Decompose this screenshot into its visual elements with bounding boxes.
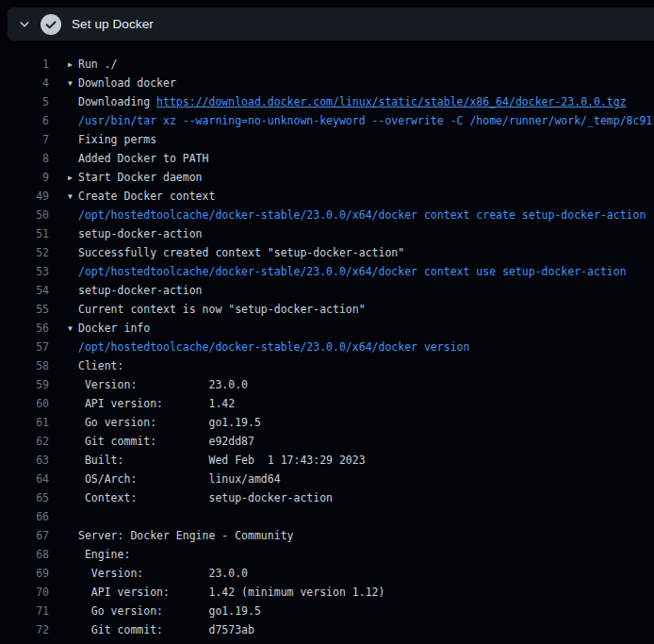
log-line-number[interactable]: 4 [0, 74, 49, 92]
log-text: Go version: go1.19.5 [78, 416, 261, 429]
expand-arrow-icon[interactable]: ▶ [68, 56, 78, 74]
log-line: 63 Built: Wed Feb 1 17:43:29 2023 [0, 451, 654, 470]
log-line-number[interactable]: 53 [0, 262, 49, 281]
log-line-content: Engine: [68, 545, 130, 564]
log-line-number[interactable]: 54 [0, 281, 49, 300]
log-line-number[interactable]: 58 [0, 356, 49, 375]
log-line: 50/opt/hostedtoolcache/docker-stable/23.… [0, 206, 654, 224]
log-line: 61 Go version: go1.19.5 [0, 413, 654, 432]
log-line-number[interactable]: 67 [0, 526, 49, 545]
log-text: Docker info [78, 322, 150, 335]
log-text: Current context is now "setup-docker-act… [78, 303, 366, 316]
log-line: 8Added Docker to PATH [0, 149, 654, 168]
log-line-content: Server: Docker Engine - Community [68, 526, 293, 545]
log-line-number[interactable]: 61 [0, 413, 49, 432]
log-text: Download docker [78, 76, 176, 90]
log-line: 5Downloading https://download.docker.com… [0, 92, 654, 111]
log-line-content[interactable]: ▼Create Docker context [68, 187, 215, 206]
log-line: 52Successfully created context "setup-do… [0, 243, 654, 262]
log-text: API version: 1.42 (minimum version 1.12) [78, 586, 384, 599]
log-line: 7Fixing perms [0, 130, 654, 149]
log-output: 1▶Run ./4▼Download docker5Downloading ht… [0, 55, 654, 639]
log-line-content: Fixing perms [68, 130, 156, 149]
log-line-number[interactable]: 65 [0, 488, 49, 507]
log-command-text: /opt/hostedtoolcache/docker-stable/23.0.… [78, 265, 627, 278]
log-line-number[interactable]: 5 [0, 92, 49, 111]
log-text: Version: 23.0.0 [78, 567, 248, 580]
log-line-number[interactable]: 8 [0, 149, 49, 168]
log-line-number[interactable]: 71 [0, 602, 49, 620]
log-command-text: /opt/hostedtoolcache/docker-stable/23.0.… [78, 340, 469, 354]
log-line-content: Go version: go1.19.5 [68, 413, 261, 432]
log-text: Built: Wed Feb 1 17:43:29 2023 [78, 454, 366, 467]
log-text: Go version: go1.19.5 [78, 604, 261, 618]
log-line-number[interactable]: 50 [0, 206, 49, 224]
collapse-arrow-icon[interactable]: ▼ [68, 74, 78, 92]
collapse-arrow-icon[interactable]: ▼ [68, 188, 78, 206]
log-line-number[interactable]: 66 [0, 507, 49, 526]
step-header[interactable]: Set up Docker [8, 8, 654, 41]
log-text: Engine: [78, 548, 130, 561]
log-line: 72 Git commit: d7573ab [0, 620, 654, 639]
log-line: 49▼Create Docker context [0, 187, 654, 206]
log-text: Start Docker daemon [78, 171, 203, 184]
log-line-number[interactable]: 69 [0, 564, 49, 583]
log-line: 70 API version: 1.42 (minimum version 1.… [0, 583, 654, 602]
log-text: setup-docker-action [78, 284, 203, 297]
chevron-down-icon[interactable] [17, 17, 32, 32]
log-line: 64 OS/Arch: linux/amd64 [0, 470, 654, 488]
log-line-content: Git commit: d7573ab [68, 620, 254, 639]
log-text: Downloading [78, 95, 156, 108]
log-line-number[interactable]: 7 [0, 130, 49, 149]
log-line-number[interactable]: 1 [0, 55, 49, 74]
log-line-content: Successfully created context "setup-dock… [68, 243, 404, 262]
log-text: Git commit: e92dd87 [78, 435, 254, 448]
log-line: 62 Git commit: e92dd87 [0, 432, 654, 451]
log-line: 69 Version: 23.0.0 [0, 564, 654, 583]
log-line-number[interactable]: 59 [0, 375, 49, 394]
log-line: 66 [0, 507, 654, 526]
log-line-content: setup-docker-action [68, 224, 203, 243]
log-text: Run ./ [78, 58, 118, 71]
log-command-text: /opt/hostedtoolcache/docker-stable/23.0.… [78, 208, 652, 222]
log-line-content: Current context is now "setup-docker-act… [68, 300, 366, 319]
actions-log-page: { "header": { "title": "Set up Docker", … [0, 0, 654, 644]
log-line-content: /usr/bin/tar xz --warning=no-unknown-key… [68, 111, 652, 130]
log-text: API version: 1.42 [78, 397, 235, 410]
log-line: 67Server: Docker Engine - Community [0, 526, 654, 545]
collapse-arrow-icon[interactable]: ▼ [68, 320, 78, 338]
log-link[interactable]: https://download.docker.com/linux/static… [156, 95, 627, 108]
log-line-content: setup-docker-action [68, 281, 203, 300]
log-line-number[interactable]: 6 [0, 111, 49, 130]
log-line-content: /opt/hostedtoolcache/docker-stable/23.0.… [68, 338, 469, 356]
log-line-content[interactable]: ▼Download docker [68, 74, 176, 92]
log-line-number[interactable]: 72 [0, 620, 49, 639]
log-line-number[interactable]: 63 [0, 451, 49, 470]
log-line-number[interactable]: 52 [0, 243, 49, 262]
log-line: 65 Context: setup-docker-action [0, 488, 654, 507]
log-line-number[interactable]: 51 [0, 224, 49, 243]
log-line-content: Client: [68, 356, 123, 375]
log-line-number[interactable]: 55 [0, 300, 49, 319]
log-line: 56▼Docker info [0, 319, 654, 338]
log-text: Fixing perms [78, 133, 156, 146]
log-line-content: Built: Wed Feb 1 17:43:29 2023 [68, 451, 366, 470]
log-line-content[interactable]: ▶Start Docker daemon [68, 168, 203, 187]
log-line-number[interactable]: 57 [0, 338, 49, 356]
log-line-number[interactable]: 60 [0, 394, 49, 413]
log-line-content[interactable]: ▶Run ./ [68, 55, 118, 74]
log-line-number[interactable]: 68 [0, 545, 49, 564]
log-line-number[interactable]: 64 [0, 470, 49, 488]
log-line-number[interactable]: 56 [0, 319, 49, 338]
log-line-content: /opt/hostedtoolcache/docker-stable/23.0.… [68, 206, 652, 224]
log-line-content[interactable]: ▼Docker info [68, 319, 150, 338]
log-line-content: API version: 1.42 [68, 394, 235, 413]
log-line-number[interactable]: 49 [0, 187, 49, 206]
log-line-number[interactable]: 70 [0, 583, 49, 602]
log-line-content: OS/Arch: linux/amd64 [68, 470, 281, 488]
log-line-number[interactable]: 9 [0, 168, 49, 187]
expand-arrow-icon[interactable]: ▶ [68, 169, 78, 187]
log-text: OS/Arch: linux/amd64 [78, 472, 281, 486]
log-text: setup-docker-action [78, 227, 203, 240]
log-line-number[interactable]: 62 [0, 432, 49, 451]
